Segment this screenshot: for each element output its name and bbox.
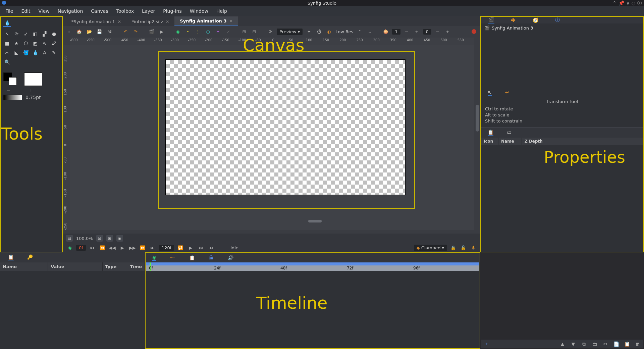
q-down-icon[interactable]: ⌄ — [366, 28, 373, 35]
tools-tab-icon[interactable]: 💧 — [3, 19, 11, 27]
prop-tab-history-icon[interactable]: 🡺 — [510, 17, 517, 23]
zoom-sel-icon[interactable]: ▣ — [116, 235, 123, 242]
grid-icon[interactable]: ⊞ — [240, 28, 248, 35]
col-name[interactable]: Name — [498, 138, 522, 145]
seek-next-icon[interactable]: ▶▶ — [129, 244, 136, 251]
tl-tab-sound-icon[interactable]: 🔊 — [228, 255, 233, 260]
width-tool-icon[interactable]: ◣ — [13, 49, 20, 56]
current-frame[interactable]: 0f — [76, 245, 86, 251]
layer-group-icon[interactable]: 🗀 — [592, 341, 598, 347]
preview-dropdown[interactable]: Preview ▾ — [277, 29, 303, 35]
menu-toolbox[interactable]: Toolbox — [113, 7, 138, 15]
onion4-icon[interactable]: ○ — [204, 28, 212, 35]
loop-icon[interactable]: 🔁 — [177, 244, 184, 251]
doc-tab-2[interactable]: *introclip2.sifz ✕ — [126, 17, 174, 26]
layer-paste-icon[interactable]: 📋 — [624, 341, 630, 347]
seek-nextkey-icon[interactable]: ⏩ — [139, 244, 146, 251]
zoom-menu-icon[interactable]: ▤ — [66, 235, 73, 242]
render-icon[interactable]: 🎬 — [148, 28, 155, 35]
polygon-tool-icon[interactable]: ⬠ — [22, 40, 30, 47]
quality-icon[interactable]: ◐ — [325, 28, 333, 35]
close-icon[interactable]: ✕ — [118, 19, 121, 24]
panel-resize-grip[interactable] — [308, 220, 322, 222]
star-tool-icon[interactable]: ★ — [13, 40, 20, 47]
fill-tool-icon[interactable]: 🪣 — [22, 49, 30, 56]
layer-down-icon[interactable]: ▼ — [570, 341, 576, 347]
layer-up-icon[interactable]: ▲ — [559, 341, 566, 347]
layer-copy-icon[interactable]: 📄 — [613, 341, 619, 347]
interpolation-dropdown[interactable]: ◆ Clamped ▾ — [414, 245, 447, 251]
rectangle-tool-icon[interactable]: ■ — [3, 40, 11, 47]
close-icon[interactable]: ✕ — [166, 19, 169, 24]
layer-del-icon[interactable]: 🗑 — [635, 341, 641, 347]
aim-icon[interactable]: ✦ — [305, 28, 313, 35]
f-plus-icon[interactable]: + — [444, 28, 451, 35]
background-color[interactable] — [9, 77, 17, 85]
col-type[interactable]: Type — [103, 262, 127, 271]
onion5-icon[interactable]: ✦ — [214, 28, 222, 35]
onion2-icon[interactable]: • — [184, 28, 192, 35]
tool-opts-tab2-icon[interactable]: ↩ — [505, 90, 509, 96]
home-icon[interactable]: 🏠 — [75, 28, 83, 35]
toggle-icon[interactable]: ⏻ — [315, 28, 323, 35]
menu-help[interactable]: Help — [213, 7, 230, 15]
timeline-ruler[interactable]: 0f 24f 48f 72f 96f — [146, 262, 479, 271]
bl-tab-key-icon[interactable]: 🔑 — [27, 254, 33, 260]
q-up-icon[interactable]: ⌃ — [356, 28, 363, 35]
draw-tool-icon[interactable]: 🖊 — [50, 40, 58, 47]
menu-edit[interactable]: Edit — [18, 7, 34, 15]
onion3-icon[interactable]: ⋮ — [194, 28, 202, 35]
params-tab1-icon[interactable]: 📋 — [488, 130, 493, 136]
wc-min-icon[interactable]: ∨ — [626, 0, 630, 6]
col-value[interactable]: Value — [48, 262, 102, 271]
prop-tab-info-icon[interactable]: ⓘ — [554, 17, 561, 23]
seek-end-icon[interactable]: ⏭ — [149, 244, 156, 251]
undo-icon[interactable]: ↶ — [122, 28, 129, 35]
bl-tab-params-icon[interactable]: 📋 — [8, 254, 14, 260]
tl-tab-timetrack-icon[interactable]: ◉ — [152, 255, 156, 261]
onion-past[interactable]: 1 — [392, 29, 400, 35]
f-minus-icon[interactable]: − — [434, 28, 441, 35]
prop-tab-nav-icon[interactable]: 🧭 — [532, 17, 539, 23]
onion1-icon[interactable]: ◉ — [174, 28, 181, 35]
artboard[interactable] — [165, 59, 406, 195]
save-icon[interactable]: 💾 — [96, 28, 103, 35]
layer-dup-icon[interactable]: ⧉ — [581, 341, 587, 347]
seek-prev-icon[interactable]: ◀◀ — [109, 244, 116, 251]
onion6-icon[interactable]: ⟋ — [224, 28, 232, 35]
circle-tool-icon[interactable]: ● — [50, 30, 58, 38]
sketch-tool-icon[interactable]: ✎ — [50, 49, 58, 56]
col-icon[interactable]: Icon — [481, 138, 498, 145]
scrollbar-vertical[interactable] — [476, 105, 479, 132]
tl-tab-meta-icon[interactable]: 📋 — [189, 255, 195, 260]
gradient-swatch[interactable] — [3, 95, 22, 100]
cutout-tool-icon[interactable]: ✂ — [3, 49, 11, 56]
layer-item[interactable]: 🎬 Synfig Animation 3 — [484, 26, 640, 31]
brush-preview[interactable] — [24, 72, 42, 86]
wc-close-icon[interactable]: ⓧ — [637, 0, 642, 6]
col-zdepth[interactable]: Z Depth — [522, 138, 643, 145]
transport-left-icon[interactable]: ◉ — [66, 244, 73, 251]
smooth-move-tool-icon[interactable]: ⟳ — [13, 30, 20, 38]
params-body[interactable] — [481, 145, 643, 272]
doc-tab-1[interactable]: *Synfig Animation 1 ✕ — [66, 17, 126, 26]
keyframe-lock2-icon[interactable]: 🔓 — [460, 244, 467, 251]
col-time[interactable]: Time — [127, 262, 145, 271]
rotate-tool-icon[interactable]: ◧ — [32, 30, 39, 38]
onion-future[interactable]: 0 — [423, 29, 431, 35]
zoom-fit-icon[interactable]: ⊡ — [96, 235, 103, 242]
text-tool-icon[interactable]: A — [41, 49, 48, 56]
menu-file[interactable]: File — [2, 7, 16, 15]
menu-icon[interactable]: › — [65, 28, 73, 35]
size-plus[interactable]: + — [29, 88, 33, 93]
wc-max-icon[interactable]: ◇ — [632, 0, 635, 6]
saveall-icon[interactable]: 🖫 — [106, 28, 113, 35]
menu-view[interactable]: View — [35, 7, 53, 15]
size-minus[interactable]: − — [7, 88, 10, 93]
menu-plugins[interactable]: Plug-Ins — [160, 7, 185, 15]
zoom-100-icon[interactable]: ⊞ — [106, 235, 113, 242]
tl-tab-curves-icon[interactable]: 〰 — [170, 255, 175, 260]
menu-canvas[interactable]: Canvas — [88, 7, 111, 15]
tool-opts-tab1-icon[interactable]: ↖ — [488, 90, 492, 96]
preview-icon[interactable]: ▶ — [158, 28, 165, 35]
